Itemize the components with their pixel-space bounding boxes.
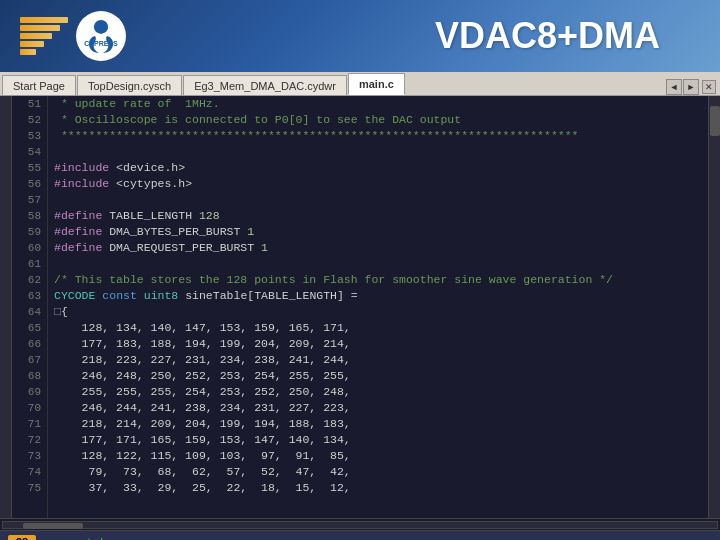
tabs-bar: Start Page TopDesign.cysch Eg3_Mem_DMA_D… — [0, 72, 720, 96]
code-line-52: * Oscilloscope is connected to P0[0] to … — [54, 112, 708, 128]
ln-55: 55 — [12, 160, 41, 176]
tab-nav-next[interactable]: ► — [683, 79, 699, 95]
horizontal-scroll-thumb[interactable] — [23, 523, 83, 529]
code-line-65: 128, 134, 140, 147, 153, 159, 165, 171, — [54, 320, 708, 336]
stripe-3 — [20, 33, 52, 39]
bottom-scrollbar[interactable] — [0, 518, 720, 530]
cypress-logo-circle: CYPRESS — [76, 11, 126, 61]
code-line-67: 218, 223, 227, 231, 234, 238, 241, 244, — [54, 352, 708, 368]
ln-65: 65 — [12, 320, 41, 336]
code-area: 51 52 53 54 55 56 57 58 59 60 61 62 63 6… — [12, 96, 708, 518]
ln-53: 53 — [12, 128, 41, 144]
code-line-63: CYCODE const uint8 sineTable[TABLE_LENGT… — [54, 288, 708, 304]
code-line-60: #define DMA_REQUEST_PER_BURST 1 — [54, 240, 708, 256]
tab-close[interactable]: ✕ — [702, 80, 716, 94]
ln-74: 74 — [12, 464, 41, 480]
logo-area: CYPRESS — [20, 10, 126, 62]
code-line-62: /* This table stores the 128 points in F… — [54, 272, 708, 288]
tab-cydwr[interactable]: Eg3_Mem_DMA_DAC.cydwr — [183, 75, 347, 95]
page-title: VDAC8+DMA — [435, 15, 660, 57]
scrollbar-left[interactable] — [0, 96, 12, 518]
ln-75: 75 — [12, 480, 41, 496]
status-bar: 38 connected — [0, 530, 720, 540]
ln-71: 71 — [12, 416, 41, 432]
code-line-51: * update rate of 1MHz. — [54, 96, 708, 112]
code-line-56: #include <cytypes.h> — [54, 176, 708, 192]
code-line-53: ****************************************… — [54, 128, 708, 144]
ln-56: 56 — [12, 176, 41, 192]
ln-57: 57 — [12, 192, 41, 208]
ln-64: 64 — [12, 304, 41, 320]
ln-59: 59 — [12, 224, 41, 240]
ln-69: 69 — [12, 384, 41, 400]
code-line-57 — [54, 192, 708, 208]
code-line-61 — [54, 256, 708, 272]
ln-61: 61 — [12, 256, 41, 272]
ln-51: 51 — [12, 96, 41, 112]
horizontal-scroll-track[interactable] — [2, 521, 718, 529]
code-line-54 — [54, 144, 708, 160]
svg-text:CYPRESS: CYPRESS — [84, 40, 118, 47]
line-number-status: 38 — [8, 535, 36, 541]
tab-start-page[interactable]: Start Page — [2, 75, 76, 95]
connected-status: connected — [52, 536, 103, 541]
code-line-64: □{ — [54, 304, 708, 320]
cypress-logo-svg: CYPRESS — [81, 16, 121, 56]
line-numbers: 51 52 53 54 55 56 57 58 59 60 61 62 63 6… — [12, 96, 48, 518]
code-line-58: #define TABLE_LENGTH 128 — [54, 208, 708, 224]
ln-63: 63 — [12, 288, 41, 304]
code-content[interactable]: * update rate of 1MHz. * Oscilloscope is… — [48, 96, 708, 518]
logo-stripes — [20, 10, 68, 62]
stripe-5 — [20, 49, 36, 55]
ln-66: 66 — [12, 336, 41, 352]
ln-67: 67 — [12, 352, 41, 368]
editor-main: 51 52 53 54 55 56 57 58 59 60 61 62 63 6… — [12, 96, 708, 518]
code-line-59: #define DMA_BYTES_PER_BURST 1 — [54, 224, 708, 240]
code-line-75: 37, 33, 29, 25, 22, 18, 15, 12, — [54, 480, 708, 496]
code-line-68: 246, 248, 250, 252, 253, 254, 255, 255, — [54, 368, 708, 384]
scroll-thumb[interactable] — [710, 106, 720, 136]
code-line-70: 246, 244, 241, 238, 234, 231, 227, 223, — [54, 400, 708, 416]
code-line-69: 255, 255, 255, 254, 253, 252, 250, 248, — [54, 384, 708, 400]
ln-58: 58 — [12, 208, 41, 224]
code-line-71: 218, 214, 209, 204, 199, 194, 188, 183, — [54, 416, 708, 432]
scrollbar-right[interactable] — [708, 96, 720, 518]
ln-68: 68 — [12, 368, 41, 384]
tab-nav-prev[interactable]: ◄ — [666, 79, 682, 95]
ln-62: 62 — [12, 272, 41, 288]
code-line-72: 177, 171, 165, 159, 153, 147, 140, 134, — [54, 432, 708, 448]
code-line-73: 128, 122, 115, 109, 103, 97, 91, 85, — [54, 448, 708, 464]
ln-70: 70 — [12, 400, 41, 416]
code-line-74: 79, 73, 68, 62, 57, 52, 47, 42, — [54, 464, 708, 480]
tab-topdesign[interactable]: TopDesign.cysch — [77, 75, 182, 95]
ln-73: 73 — [12, 448, 41, 464]
ln-52: 52 — [12, 112, 41, 128]
ln-60: 60 — [12, 240, 41, 256]
stripe-2 — [20, 25, 60, 31]
stripe-1 — [20, 17, 68, 23]
tab-main-c[interactable]: main.c — [348, 73, 405, 95]
editor-container: 51 52 53 54 55 56 57 58 59 60 61 62 63 6… — [0, 96, 720, 518]
stripe-4 — [20, 41, 44, 47]
header: CYPRESS VDAC8+DMA — [0, 0, 720, 72]
code-line-55: #include <device.h> — [54, 160, 708, 176]
ln-72: 72 — [12, 432, 41, 448]
tab-nav-buttons: ◄ ► ✕ — [666, 79, 716, 95]
code-line-66: 177, 183, 188, 194, 199, 204, 209, 214, — [54, 336, 708, 352]
ln-54: 54 — [12, 144, 41, 160]
